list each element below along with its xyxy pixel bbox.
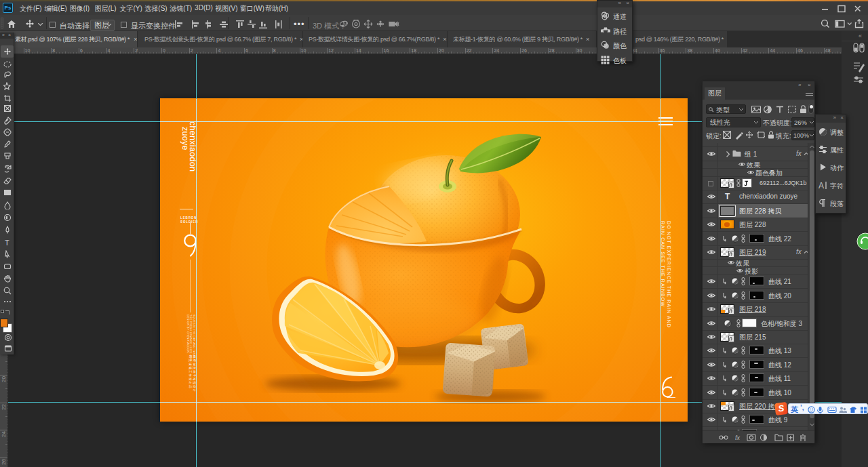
svg-text:T: T — [5, 238, 9, 246]
svg-text:A: A — [818, 181, 824, 190]
svg-text:fx: fx — [735, 434, 741, 441]
